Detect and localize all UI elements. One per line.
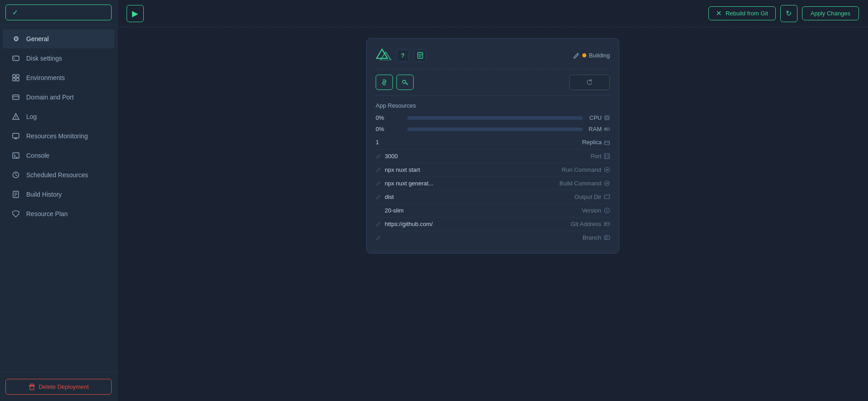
replica-row: 1 Replica bbox=[376, 137, 610, 149]
branch-edit-icon[interactable] bbox=[376, 235, 382, 241]
sidebar-item-resource-plan[interactable]: Resource Plan bbox=[3, 204, 114, 223]
folder-icon bbox=[604, 194, 610, 200]
cpu-row: 0% CPU bbox=[376, 114, 610, 121]
topbar-left: ▶ bbox=[127, 5, 144, 22]
refresh-icon: ↻ bbox=[786, 9, 792, 18]
git-icon bbox=[604, 221, 610, 227]
cpu-progress bbox=[407, 116, 583, 120]
ram-row: 0% RAM bbox=[376, 126, 610, 132]
main: ▶ Rebuild from Git ↻ Apply Changes bbox=[118, 0, 868, 401]
sidebar-item-label-general: General bbox=[26, 35, 49, 42]
run-command-icon bbox=[604, 167, 610, 173]
selector-checkmark: ✓ bbox=[12, 8, 18, 17]
content-area: ? Building bbox=[118, 27, 868, 401]
delete-icon bbox=[28, 383, 35, 390]
sidebar-item-label-scheduled: Scheduled Resources bbox=[26, 171, 88, 179]
sidebar-item-label-monitoring: Resources Monitoring bbox=[26, 132, 88, 140]
version-right: Version bbox=[582, 207, 610, 214]
run-edit-icon[interactable] bbox=[376, 167, 382, 173]
svg-rect-11 bbox=[13, 133, 19, 138]
expand-button[interactable]: ▶ bbox=[127, 5, 144, 22]
app-card-header: ? Building bbox=[376, 47, 610, 69]
cpu-pct: 0% bbox=[376, 114, 389, 121]
monitoring-icon bbox=[12, 132, 20, 140]
wrench-icon bbox=[573, 52, 580, 59]
rebuild-from-git-button[interactable]: Rebuild from Git bbox=[708, 6, 776, 20]
output-edit-icon[interactable] bbox=[376, 194, 382, 200]
status-label: Building bbox=[589, 52, 610, 59]
git-edit-icon[interactable] bbox=[376, 221, 382, 227]
sidebar-top: ✓ bbox=[0, 0, 117, 25]
help-icon: ? bbox=[401, 52, 405, 59]
output-dir-left: dist bbox=[376, 193, 394, 200]
port-icon bbox=[604, 153, 610, 159]
svg-line-34 bbox=[406, 83, 407, 84]
key-button[interactable] bbox=[396, 75, 414, 90]
replica-value: 1 bbox=[376, 139, 389, 146]
key-icon bbox=[401, 79, 409, 86]
run-command-row: npx nuxt start Run Command bbox=[376, 163, 610, 176]
app-status: Building bbox=[573, 52, 610, 59]
sidebar-item-domain-and-port[interactable]: Domain and Port bbox=[3, 88, 114, 107]
general-icon: ⚙ bbox=[12, 35, 20, 43]
app-resources-section: App Resources 0% CPU bbox=[376, 102, 610, 244]
delete-deployment-label: Delete Deployment bbox=[39, 383, 89, 390]
sidebar-item-resources-monitoring[interactable]: Resources Monitoring bbox=[3, 127, 114, 146]
sidebar-item-scheduled-resources[interactable]: Scheduled Resources bbox=[3, 165, 114, 184]
expand-icon: ▶ bbox=[132, 9, 138, 19]
port-edit-icon[interactable] bbox=[376, 153, 382, 159]
log-icon bbox=[12, 113, 20, 121]
project-selector[interactable]: ✓ bbox=[5, 5, 112, 20]
help-icon-box[interactable]: ? bbox=[396, 49, 409, 62]
port-right: Port bbox=[590, 153, 610, 160]
git-address-left: https://github.com/ bbox=[376, 221, 433, 227]
svg-point-32 bbox=[403, 80, 406, 84]
environments-icon bbox=[12, 74, 20, 82]
branch-row: Branch bbox=[376, 231, 610, 244]
build-edit-icon[interactable] bbox=[376, 180, 382, 186]
svg-rect-36 bbox=[606, 117, 608, 119]
svg-rect-2 bbox=[13, 75, 15, 77]
ram-icon bbox=[604, 126, 610, 132]
sidebar-item-general[interactable]: ⚙ General bbox=[3, 29, 114, 48]
svg-marker-23 bbox=[13, 211, 19, 217]
sidebar-item-log[interactable]: Log bbox=[3, 107, 114, 126]
run-command-left: npx nuxt start bbox=[376, 166, 420, 173]
replica-icon bbox=[604, 139, 610, 145]
docs-icon-box[interactable] bbox=[414, 49, 426, 62]
output-dir-value: dist bbox=[385, 193, 394, 200]
port-left: 3000 bbox=[376, 153, 398, 160]
app-card-header-left: ? bbox=[376, 47, 426, 63]
apply-changes-button[interactable]: Apply Changes bbox=[802, 6, 859, 20]
link-button[interactable] bbox=[376, 75, 393, 90]
link-icon bbox=[381, 79, 388, 86]
output-dir-right: Output Dir bbox=[575, 193, 610, 200]
sidebar-item-environments[interactable]: Environments bbox=[3, 68, 114, 87]
version-info-icon bbox=[604, 208, 610, 213]
ram-pct: 0% bbox=[376, 126, 389, 132]
cpu-left: 0% bbox=[376, 114, 403, 121]
sidebar-item-label-environments: Environments bbox=[26, 74, 65, 81]
git-address-row: https://github.com/ Git Address bbox=[376, 217, 610, 231]
sidebar-item-label-resource-plan: Resource Plan bbox=[26, 210, 68, 217]
delete-deployment-button[interactable]: Delete Deployment bbox=[5, 379, 112, 395]
port-value: 3000 bbox=[385, 153, 398, 160]
ram-progress bbox=[407, 127, 583, 131]
svg-point-10 bbox=[15, 118, 16, 118]
refresh-button[interactable]: ↻ bbox=[780, 5, 797, 22]
ram-label: RAM bbox=[587, 126, 610, 132]
git-address-right: Git Address bbox=[571, 221, 610, 227]
sidebar-item-build-history[interactable]: Build History bbox=[3, 185, 114, 204]
build-command-icon bbox=[604, 180, 610, 186]
cpu-label: CPU bbox=[587, 114, 610, 121]
replica-label: Replica bbox=[582, 139, 610, 146]
app-card: ? Building bbox=[366, 38, 619, 254]
sidebar-item-disk-settings[interactable]: Disk settings bbox=[3, 49, 114, 68]
card-refresh-button[interactable] bbox=[569, 75, 610, 90]
book-icon bbox=[417, 52, 424, 59]
build-history-icon bbox=[12, 190, 20, 198]
action-buttons bbox=[376, 75, 414, 90]
svg-rect-0 bbox=[13, 56, 19, 61]
version-row: 20-slim Version bbox=[376, 203, 610, 217]
sidebar-item-console[interactable]: Console bbox=[3, 146, 114, 165]
